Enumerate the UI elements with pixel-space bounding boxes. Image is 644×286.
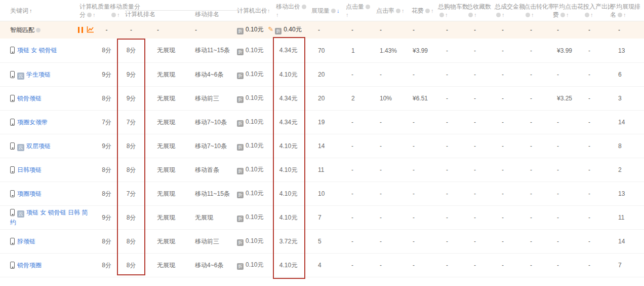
- help-icon[interactable]: [468, 13, 473, 17]
- keyword-link[interactable]: 项圈项链: [10, 190, 42, 197]
- help-icon[interactable]: [36, 28, 41, 32]
- keyword-link[interactable]: 脖颈链: [10, 238, 35, 245]
- cloud-tag-icon: 云: [17, 210, 24, 218]
- help-icon[interactable]: [618, 13, 622, 17]
- pc-bid-cell: 折0.10元: [234, 189, 274, 198]
- help-icon[interactable]: [496, 13, 501, 17]
- col-header-pc-rank[interactable]: 计算机排名: [125, 11, 192, 17]
- help-icon[interactable]: [526, 13, 530, 17]
- col-label: 计算机出价: [237, 7, 267, 14]
- help-icon[interactable]: [331, 9, 336, 13]
- pc-rank: 无展现: [145, 261, 192, 270]
- roi-value: -: [583, 190, 610, 197]
- mobile-phone-icon: [10, 142, 15, 150]
- sort-up-icon[interactable]: ↑: [590, 12, 593, 18]
- sort-up-icon[interactable]: ↑: [531, 12, 534, 18]
- cvr-value: -: [524, 238, 553, 245]
- help-icon[interactable]: [302, 5, 306, 9]
- keyword-text: 项链 女 锁骨链: [17, 47, 57, 54]
- col-header-roi[interactable]: 投入产出比↑: [583, 3, 610, 19]
- col-header-pc-bid[interactable]: 计算机出价↑: [234, 7, 274, 15]
- sort-up-icon[interactable]: ↑: [346, 12, 349, 18]
- sort-down-active-icon[interactable]: ↓: [337, 8, 340, 14]
- table-row: 锁骨项圈 8分 8分 无展现 移动4~6条 折0.10元 4.10元 4 - -…: [0, 253, 644, 277]
- mobile-bid-value: 3.72元: [274, 237, 310, 246]
- cost-value: -: [405, 142, 438, 150]
- sort-up-icon[interactable]: ↑: [267, 8, 270, 14]
- table-row: 云学生项链 9分 9分 无展现 移动4~6条 折0.10元 4.10元 20 -…: [0, 62, 644, 86]
- pc-bid-value: 0.10元: [246, 261, 263, 268]
- help-icon[interactable]: [439, 13, 444, 17]
- col-label: 展现量: [311, 7, 330, 14]
- col-header-gmv-total[interactable]: 总成交金额↑: [495, 3, 524, 19]
- cost-value: ¥3.99: [405, 47, 438, 54]
- sort-up-icon[interactable]: ↑: [445, 12, 448, 18]
- sort-up-icon[interactable]: ↑: [566, 12, 569, 18]
- pc-rank: 无展现: [145, 190, 192, 198]
- smart-fav-total: -: [467, 26, 495, 33]
- col-header-ctr[interactable]: 点击率↑: [374, 7, 405, 15]
- col-header-avg-cpc[interactable]: 平均点击花费↑: [553, 3, 583, 19]
- edit-bid-icon[interactable]: ✎: [268, 25, 273, 33]
- mobile-rank: 移动4~6条: [192, 261, 234, 270]
- keyword-link[interactable]: 日韩项链: [10, 166, 42, 173]
- help-icon[interactable]: [366, 5, 370, 9]
- table-header: 关键词↑ 计算机质量分↑ 移动质量分↑ 计算机排名 移动排名 计算机出价↑ 移动…: [0, 0, 644, 21]
- keyword-link[interactable]: 项圈女颈带: [10, 119, 48, 126]
- mobile-phone-icon: [10, 119, 15, 126]
- col-header-avg-display-rank[interactable]: 平均展现排名↑: [610, 3, 644, 19]
- col-header-impressions[interactable]: 展现量↓: [310, 7, 342, 15]
- sort-up-icon[interactable]: ↑: [623, 12, 626, 18]
- table-row: 锁骨颈链 8分 9分 无展现 移动前三 折0.10元 4.34元 20 2 10…: [0, 86, 644, 110]
- col-header-cost[interactable]: 花费↑: [405, 7, 438, 15]
- help-icon[interactable]: [87, 13, 92, 17]
- gmv-total-value: -: [495, 190, 524, 197]
- help-icon[interactable]: [111, 13, 116, 17]
- table-row: 云项链 女 锁骨链 日韩 简约 9分 8分 无展现 无展现 折0.10元 4.1…: [0, 205, 644, 229]
- col-header-clicks[interactable]: 点击量↑: [342, 3, 374, 19]
- avg-cpc-value: -: [553, 119, 583, 126]
- pause-icon[interactable]: [78, 27, 83, 33]
- help-icon[interactable]: [585, 13, 589, 17]
- col-header-mobile-rank[interactable]: 移动排名: [192, 11, 219, 17]
- avg-cpc-value: -: [553, 142, 583, 150]
- sort-up-icon[interactable]: ↑: [502, 12, 505, 18]
- keyword-link[interactable]: 锁骨项圈: [10, 262, 42, 269]
- sort-up-icon[interactable]: ↑: [29, 8, 32, 14]
- sort-up-icon[interactable]: ↑: [93, 12, 96, 18]
- sort-up-icon[interactable]: ↑: [431, 8, 434, 14]
- clicks-value: -: [342, 262, 374, 269]
- keyword-cell: 云双层项链: [0, 141, 96, 151]
- pc-quality-score: 8分: [96, 190, 117, 198]
- help-icon[interactable]: [425, 9, 430, 13]
- help-icon[interactable]: [560, 13, 565, 17]
- trend-chart-icon[interactable]: [87, 26, 94, 34]
- keyword-link[interactable]: 锁骨颈链: [10, 95, 42, 102]
- avg-cpc-value: -: [553, 238, 583, 245]
- keyword-link[interactable]: 云双层项链: [10, 142, 51, 150]
- sort-up-icon[interactable]: ↑: [474, 12, 477, 18]
- keyword-link[interactable]: 云学生项链: [10, 71, 51, 78]
- impressions-value: 4: [310, 262, 342, 269]
- sort-up-icon[interactable]: ↑: [117, 12, 120, 18]
- pc-bid-cell: 折0.10元: [234, 94, 274, 103]
- help-icon[interactable]: [396, 9, 400, 13]
- mobile-bid-value: 4.10元: [274, 166, 310, 174]
- ctr-value: -: [374, 166, 405, 173]
- sort-up-icon[interactable]: ↑: [276, 12, 279, 18]
- impressions-value: 14: [310, 142, 342, 150]
- col-header-mobile-bid[interactable]: 移动出价↑: [274, 3, 310, 19]
- sort-up-icon[interactable]: ↑: [401, 8, 405, 14]
- col-header-cvr[interactable]: 点击转化率↑: [524, 3, 553, 19]
- col-header-cart-total[interactable]: 总购物车数↑: [438, 3, 467, 19]
- keyword-link[interactable]: 项链 女 锁骨链: [10, 47, 57, 54]
- mobile-quality-score: 8分: [117, 166, 145, 174]
- col-header-fav-total[interactable]: 总收藏数↑: [467, 3, 495, 19]
- keyword-link[interactable]: 云项链 女 锁骨链 日韩 简约: [10, 209, 88, 226]
- impressions-value: 5: [310, 238, 342, 245]
- pc-rank: 无展现: [145, 46, 192, 55]
- mobile-phone-icon: [10, 95, 15, 102]
- gmv-total-value: -: [495, 71, 524, 78]
- cvr-value: -: [524, 71, 553, 78]
- smart-ctr: -: [374, 26, 405, 33]
